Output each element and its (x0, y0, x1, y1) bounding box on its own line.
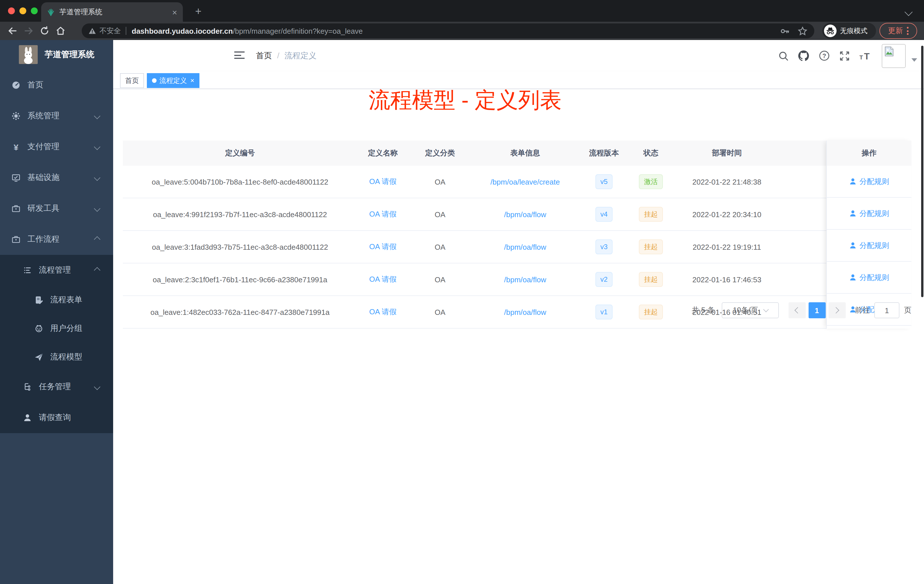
briefcase-icon (12, 204, 21, 213)
page-size-value: 10条/页 (733, 305, 758, 315)
search-icon[interactable] (778, 51, 789, 61)
sidebar-item-process-management[interactable]: 流程管理 (0, 255, 113, 286)
key-icon[interactable] (780, 26, 790, 36)
url-bar[interactable]: 不安全 dashboard.yudao.iocoder.cn/bpm/manag… (82, 23, 814, 38)
help-icon[interactable]: ? (819, 50, 830, 61)
svg-text:T: T (860, 54, 863, 60)
definition-name-link[interactable]: OA 请假 (369, 275, 396, 284)
sidebar-item-payment[interactable]: ¥ 支付管理 (0, 132, 113, 162)
tag-label: 首页 (125, 76, 139, 86)
assign-rule-link[interactable]: 分配规则 (860, 176, 889, 186)
sidebar-item-process-form[interactable]: 流程表单 (0, 286, 113, 314)
pagination: 共 5 条 10条/页 1 前往 页 (692, 302, 911, 318)
form-link[interactable]: /bpm/oa/flow (504, 275, 546, 284)
screen: 芋道管理系统 × + 不安全 dashboard.yudao.iocoder.c… (0, 0, 924, 584)
bookmark-star-icon[interactable] (798, 26, 807, 36)
goto-page-input[interactable] (874, 302, 899, 318)
window-maximize-button[interactable] (31, 7, 38, 14)
prev-page-button[interactable] (788, 302, 805, 318)
next-page-button[interactable] (828, 302, 845, 318)
definition-name-link[interactable]: OA 请假 (369, 210, 396, 218)
url-host[interactable]: dashboard.yudao.iocoder.cn (132, 26, 233, 35)
github-icon[interactable] (798, 50, 809, 61)
form-link[interactable]: /bpm/oa/flow (504, 308, 546, 316)
chevron-down-icon (94, 144, 101, 150)
tag-process-definition[interactable]: 流程定义 × (147, 73, 200, 88)
main-header: 首页 / 流程定义 ? TT (113, 40, 924, 71)
sidebar-logo[interactable]: 芋道管理系统 (0, 40, 113, 69)
page-size-select[interactable]: 10条/页 (722, 302, 779, 318)
browser-update-button[interactable]: 更新 (879, 23, 917, 39)
update-label[interactable]: 更新 (888, 26, 903, 36)
font-size-icon[interactable]: TT (860, 51, 872, 61)
form-link[interactable]: /bpm/oa/flow (504, 210, 546, 219)
back-icon[interactable] (5, 23, 21, 39)
sidebar-item-workflow[interactable]: 工作流程 (0, 224, 113, 255)
paper-plane-icon (34, 353, 43, 362)
action-cell: 分配规则 (827, 262, 911, 294)
incognito-label: 无痕模式 (840, 26, 868, 36)
avatar-caret-icon[interactable] (911, 58, 917, 61)
form-link[interactable]: /bpm/oa/flow (504, 243, 546, 251)
assign-rule-link[interactable]: 分配规则 (860, 240, 889, 251)
favicon-plant-icon (47, 8, 55, 16)
sidebar-item-dev-tools[interactable]: 研发工具 (0, 193, 113, 224)
browser-menu-kebab-icon[interactable] (907, 27, 909, 35)
assign-user-icon (849, 210, 856, 217)
definition-name-link[interactable]: OA 请假 (369, 242, 396, 251)
new-tab-button[interactable]: + (191, 4, 206, 19)
chevron-up-icon (94, 236, 101, 243)
tag-close-icon[interactable]: × (190, 77, 194, 84)
url-separator (125, 27, 126, 35)
scrollbar-thumb[interactable] (921, 46, 924, 297)
assign-user-icon (849, 178, 856, 185)
breadcrumb-home[interactable]: 首页 (256, 51, 272, 61)
forward-icon[interactable] (21, 23, 36, 39)
table-row: oa_leave:5:004b710b-7b8a-11ec-8ef0-acde4… (123, 166, 911, 198)
browser-tab[interactable]: 芋道管理系统 × (41, 2, 183, 22)
reload-icon[interactable] (36, 23, 53, 39)
col-process-version: 流程版本 (579, 140, 629, 166)
sidebar-item-label: 系统管理 (27, 111, 59, 121)
dashboard-icon (12, 81, 21, 90)
window-minimize-button[interactable] (20, 7, 26, 14)
sidebar-item-label: 任务管理 (39, 382, 71, 392)
table-row: oa_leave:3:1fad3d93-7b75-11ec-a3c8-acde4… (123, 231, 911, 263)
window-close-button[interactable] (8, 7, 15, 14)
home-icon[interactable] (53, 23, 69, 39)
version-badge: v4 (595, 207, 612, 222)
fullscreen-icon[interactable] (840, 51, 850, 61)
sidebar-item-label: 流程表单 (50, 295, 82, 305)
pagination-total: 共 5 条 (692, 305, 715, 315)
sidebar-item-user-group[interactable]: 用户分组 (0, 314, 113, 343)
assign-rule-link[interactable]: 分配规则 (860, 272, 889, 282)
security-label[interactable]: 不安全 (99, 26, 121, 36)
definition-name-link[interactable]: OA 请假 (369, 307, 396, 316)
current-page-button[interactable]: 1 (808, 302, 825, 318)
sidebar-item-label: 请假查询 (39, 412, 71, 423)
version-badge: v1 (595, 305, 612, 319)
tag-home[interactable]: 首页 (120, 73, 144, 88)
definition-name-link[interactable]: OA 请假 (369, 177, 396, 186)
app-title: 芋道管理系统 (45, 49, 94, 60)
sidebar-item-infrastructure[interactable]: 基础设施 (0, 162, 113, 193)
tab-close-icon[interactable]: × (172, 8, 177, 16)
sidebar-item-home[interactable]: 首页 (0, 70, 113, 101)
tab-strip-chevron-icon[interactable] (904, 8, 912, 16)
user-avatar-broken-image[interactable] (882, 44, 906, 68)
form-link[interactable]: /bpm/oa/leave/create (490, 177, 560, 186)
col-definition-category: 定义分类 (409, 140, 472, 166)
sidebar-item-system[interactable]: 系统管理 (0, 101, 113, 132)
assign-rule-link[interactable]: 分配规则 (860, 208, 889, 219)
sidebar-item-task-management[interactable]: 任务管理 (0, 371, 113, 402)
url-path[interactable]: /bpm/manager/definition?key=oa_leave (233, 26, 363, 35)
gear-icon (12, 111, 21, 120)
collapse-sidebar-icon[interactable] (234, 51, 244, 60)
assign-user-icon (849, 242, 856, 249)
sidebar-item-process-model[interactable]: 流程模型 (0, 343, 113, 371)
form-icon (34, 295, 43, 305)
cell-id: oa_leave:2:3c1f0ef1-76b1-11ec-9c66-a2380… (123, 263, 357, 296)
sidebar-item-label: 流程模型 (50, 352, 82, 362)
cell-category: OA (409, 166, 472, 198)
sidebar-item-leave-query[interactable]: 请假查询 (0, 402, 113, 433)
